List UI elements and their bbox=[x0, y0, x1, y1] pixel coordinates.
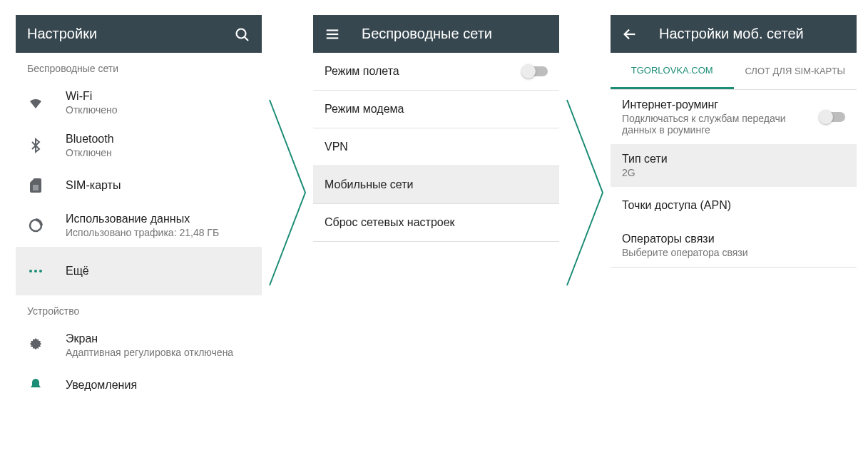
sim-tabs: TGORLOVKA.COM СЛОТ ДЛЯ SIM-КАРТЫ bbox=[611, 53, 857, 90]
appbar-title: Настройки bbox=[27, 26, 233, 42]
apn-label: Точки доступа (APN) bbox=[622, 199, 845, 212]
item-data-usage[interactable]: Использование данных Использовано трафик… bbox=[16, 204, 262, 247]
airplane-switch[interactable] bbox=[524, 66, 548, 76]
data-usage-icon bbox=[27, 217, 66, 234]
mobile-label: Мобильные сети bbox=[325, 178, 548, 191]
roaming-label: Интернет-роуминг bbox=[622, 98, 821, 111]
item-tether[interactable]: Режим модема bbox=[313, 91, 559, 128]
display-icon bbox=[27, 337, 66, 354]
item-bluetooth[interactable]: Bluetooth Отключен bbox=[16, 124, 262, 167]
item-sim[interactable]: SIM-карты bbox=[16, 167, 262, 204]
tab-sim2[interactable]: СЛОТ ДЛЯ SIM-КАРТЫ bbox=[734, 53, 857, 89]
data-sub: Использовано трафика: 21,48 ГБ bbox=[66, 227, 250, 238]
hamburger-icon[interactable] bbox=[325, 26, 340, 42]
wireless-title: Беспроводные сети bbox=[362, 26, 548, 42]
sim-label: SIM-карты bbox=[66, 179, 250, 192]
svg-line-1 bbox=[245, 37, 248, 41]
wifi-icon bbox=[27, 94, 66, 111]
vpn-label: VPN bbox=[325, 141, 548, 153]
roaming-sub: Подключаться к службам передачи данных в… bbox=[622, 113, 821, 136]
appbar-settings: Настройки bbox=[16, 15, 262, 53]
item-mobile-networks[interactable]: Мобильные сети bbox=[313, 166, 559, 203]
divider bbox=[313, 241, 559, 242]
back-icon[interactable] bbox=[622, 26, 638, 42]
item-wifi[interactable]: Wi-Fi Отключено bbox=[16, 81, 262, 124]
arrow-1 bbox=[266, 96, 309, 289]
bluetooth-sub: Отключен bbox=[66, 147, 250, 158]
item-operators[interactable]: Операторы связи Выберите оператора связи bbox=[611, 224, 857, 267]
svg-point-4 bbox=[29, 270, 32, 273]
airplane-label: Режим полета bbox=[325, 65, 524, 78]
item-reset[interactable]: Сброс сетевых настроек bbox=[313, 204, 559, 241]
item-more[interactable]: Ещё bbox=[16, 247, 262, 295]
wireless-panel: Беспроводные сети Режим полета Режим мод… bbox=[313, 15, 559, 442]
tab-sim1[interactable]: TGORLOVKA.COM bbox=[611, 53, 734, 89]
appbar-wireless: Беспроводные сети bbox=[313, 15, 559, 53]
bluetooth-label: Bluetooth bbox=[66, 133, 250, 146]
item-notifications[interactable]: Уведомления bbox=[16, 367, 262, 404]
bluetooth-icon bbox=[27, 137, 66, 154]
display-sub: Адаптивная регулировка отключена bbox=[66, 347, 250, 358]
operators-label: Операторы связи bbox=[622, 233, 845, 245]
search-icon[interactable] bbox=[233, 26, 250, 43]
reset-label: Сброс сетевых настроек bbox=[325, 216, 548, 229]
item-roaming[interactable]: Интернет-роуминг Подключаться к службам … bbox=[611, 90, 857, 144]
display-label: Экран bbox=[66, 332, 250, 345]
mobile-title: Настройки моб. сетей bbox=[659, 26, 845, 42]
svg-point-6 bbox=[39, 270, 42, 273]
svg-point-0 bbox=[237, 29, 246, 38]
svg-point-5 bbox=[34, 270, 37, 273]
nettype-label: Тип сети bbox=[622, 153, 845, 166]
wifi-label: Wi-Fi bbox=[66, 90, 250, 103]
more-icon bbox=[27, 263, 66, 280]
nettype-sub: 2G bbox=[622, 167, 845, 178]
settings-panel: Настройки Беспроводные сети Wi-Fi Отключ… bbox=[16, 15, 262, 442]
item-airplane[interactable]: Режим полета bbox=[313, 53, 559, 90]
notify-label: Уведомления bbox=[66, 379, 250, 392]
sim-icon bbox=[27, 177, 66, 194]
tether-label: Режим модема bbox=[325, 103, 548, 116]
arrow-2 bbox=[563, 96, 606, 289]
appbar-mobile: Настройки моб. сетей bbox=[611, 15, 857, 53]
mobile-networks-panel: Настройки моб. сетей TGORLOVKA.COM СЛОТ … bbox=[611, 15, 857, 442]
data-label: Использование данных bbox=[66, 213, 250, 225]
item-display[interactable]: Экран Адаптивная регулировка отключена bbox=[16, 324, 262, 367]
item-vpn[interactable]: VPN bbox=[313, 128, 559, 166]
more-label: Ещё bbox=[66, 265, 250, 278]
wifi-sub: Отключено bbox=[66, 104, 250, 116]
item-apn[interactable]: Точки доступа (APN) bbox=[611, 187, 857, 224]
section-wireless: Беспроводные сети bbox=[16, 53, 262, 81]
item-network-type[interactable]: Тип сети 2G bbox=[611, 144, 857, 187]
operators-sub: Выберите оператора связи bbox=[622, 247, 845, 258]
svg-rect-2 bbox=[33, 185, 39, 190]
section-device: Устройство bbox=[16, 295, 262, 324]
roaming-switch[interactable] bbox=[821, 112, 845, 122]
bell-icon bbox=[27, 377, 66, 394]
divider bbox=[611, 267, 857, 268]
